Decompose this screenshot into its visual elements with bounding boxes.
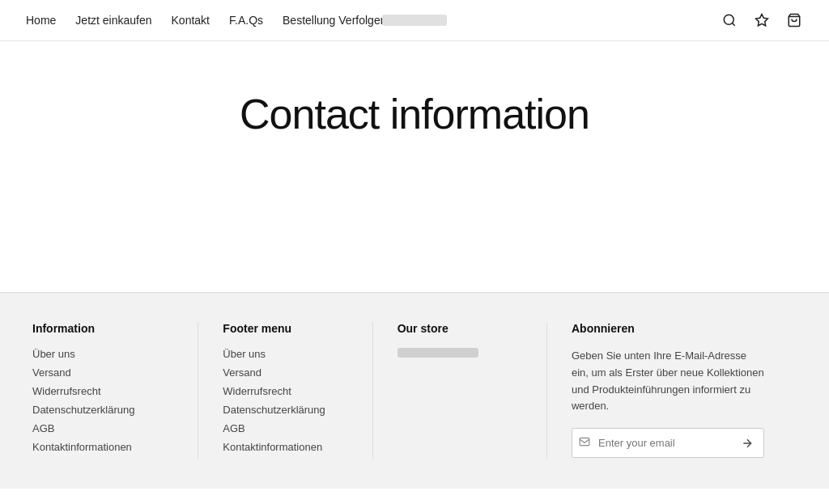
footer-link-agb-2[interactable]: AGB	[223, 422, 347, 434]
subscribe-description: Geben Sie unten Ihre E-Mail-Adresse ein,…	[572, 348, 764, 415]
email-form	[572, 428, 764, 458]
footer-link-ueber-uns-2[interactable]: Über uns	[223, 348, 347, 360]
footer-col-subscribe: Abonnieren Geben Sie unten Ihre E-Mail-A…	[555, 322, 789, 460]
footer-col-information: Information Über uns Versand Widerrufsre…	[32, 322, 198, 460]
search-icon	[722, 13, 737, 28]
arrow-right-icon	[741, 437, 754, 450]
search-button[interactable]	[721, 11, 738, 29]
footer-grid: Information Über uns Versand Widerrufsre…	[32, 322, 797, 460]
email-icon	[579, 436, 590, 450]
nav-faqs[interactable]: F.A.Qs	[229, 14, 263, 27]
svg-line-1	[732, 23, 734, 25]
store-logo	[397, 348, 478, 358]
email-input[interactable]	[595, 429, 738, 457]
footer-link-kontakt-2[interactable]: Kontaktinformationen	[223, 441, 347, 453]
nav-home[interactable]: Home	[26, 14, 56, 27]
footer-link-agb-1[interactable]: AGB	[32, 422, 173, 434]
wishlist-button[interactable]	[753, 11, 771, 29]
nav-contact[interactable]: Kontakt	[172, 14, 210, 27]
svg-point-0	[724, 15, 733, 24]
header: Home Jetzt einkaufen Kontakt F.A.Qs Best…	[0, 0, 829, 41]
footer-link-widerrufsrecht-2[interactable]: Widerrufsrecht	[223, 385, 347, 397]
footer-link-kontakt-1[interactable]: Kontaktinformationen	[32, 441, 173, 453]
bag-icon	[787, 13, 801, 28]
footer-link-datenschutz-2[interactable]: Datenschutzerklärung	[223, 404, 347, 416]
cart-button[interactable]	[785, 11, 803, 29]
footer-link-widerrufsrecht-1[interactable]: Widerrufsrecht	[32, 385, 173, 397]
logo[interactable]	[382, 15, 447, 26]
footer-link-versand-1[interactable]: Versand	[32, 366, 173, 379]
svg-marker-2	[756, 15, 768, 26]
footer-col-menu: Footer menu Über uns Versand Widerrufsre…	[206, 322, 372, 460]
footer-link-datenschutz-1[interactable]: Datenschutzerklärung	[32, 404, 173, 416]
footer-link-ueber-uns-1[interactable]: Über uns	[32, 348, 173, 360]
header-icons	[721, 11, 803, 29]
main-content: Contact information	[0, 41, 829, 292]
star-icon	[755, 13, 769, 28]
footer-heading-menu: Footer menu	[223, 322, 347, 335]
footer-heading-subscribe: Abonnieren	[572, 322, 764, 335]
svg-rect-4	[580, 438, 589, 446]
nav-track[interactable]: Bestellung Verfolgen	[283, 14, 386, 27]
footer-col-store: Our store	[381, 322, 547, 460]
footer-link-versand-2[interactable]: Versand	[223, 366, 347, 379]
footer-heading-information: Information	[32, 322, 173, 335]
page-title: Contact information	[240, 90, 589, 138]
nav-shop[interactable]: Jetzt einkaufen	[75, 14, 151, 27]
email-submit-button[interactable]	[738, 437, 757, 450]
footer: Information Über uns Versand Widerrufsre…	[0, 292, 829, 489]
footer-heading-store: Our store	[397, 322, 522, 335]
main-nav: Home Jetzt einkaufen Kontakt F.A.Qs Best…	[26, 14, 386, 27]
